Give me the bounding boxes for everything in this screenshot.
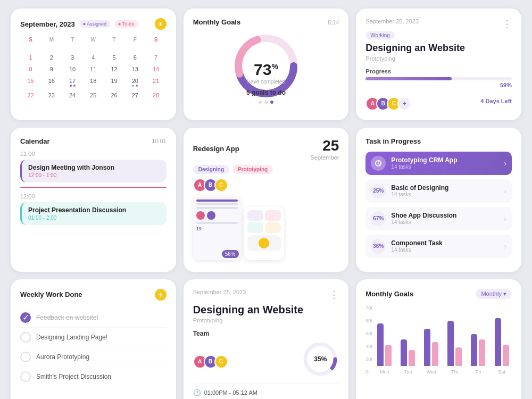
cal-day-27[interactable]: 27 xyxy=(124,89,145,101)
y-label-0: 0t xyxy=(365,369,372,375)
task-avatars: A B C + xyxy=(365,97,411,111)
redesign-avatars: A B C xyxy=(193,178,339,192)
calendar-grid: 1 2 3 4 5 6 7 8 9 10 11 12 13 14 15 16 1… xyxy=(20,46,167,101)
clock-icon: 🕐 xyxy=(193,389,201,396)
time-slot-2: 12:00 xyxy=(20,193,167,200)
task-arrow-2: › xyxy=(504,187,506,195)
cal-day-8[interactable]: 8 xyxy=(20,63,41,75)
cal-day-13[interactable]: 13 xyxy=(124,63,145,75)
cal-day-20[interactable]: 20 xyxy=(124,75,145,89)
task-name-2: Basic of Designing xyxy=(391,184,448,192)
cal-day-9[interactable]: 9 xyxy=(41,63,62,75)
cal-day-16[interactable]: 16 xyxy=(41,75,62,89)
task-in-progress-card: Task in Progress Prototyping CRM App 14 … xyxy=(356,128,521,272)
task-row-active[interactable]: Prototyping CRM App 14 tasks › xyxy=(365,152,512,175)
task-count-3: 14 tasks xyxy=(391,219,456,225)
redesign-preview: 19 56% xyxy=(193,196,339,260)
cal-day-17[interactable]: 17 xyxy=(62,75,82,89)
bar-group-mon: Mon xyxy=(375,323,395,375)
task-arrow-1: › xyxy=(504,159,506,168)
cal-day-24[interactable]: 24 xyxy=(62,89,82,101)
redesign-pct-badge: 56% xyxy=(222,250,239,258)
cal-day-3[interactable]: 3 xyxy=(62,52,82,63)
work-check-2 xyxy=(20,332,31,343)
cal-day-22[interactable]: 22 xyxy=(20,89,41,101)
chart-area: 70t 60t 50t 40t 30t 0t Mon xyxy=(365,305,512,385)
weekly-work-add-button[interactable]: + xyxy=(155,289,167,301)
cal-day-2[interactable]: 2 xyxy=(41,52,62,63)
cal-day-5[interactable]: 5 xyxy=(104,52,124,63)
event-block-1[interactable]: Design Meeting with Jonson 12:00 - 1:00 xyxy=(20,160,167,182)
y-label-30: 30t xyxy=(365,356,372,362)
work-item-3[interactable]: Aurora Prototyping xyxy=(20,347,167,367)
task-type: Prototyping xyxy=(365,55,512,62)
cal-day-15[interactable]: 15 xyxy=(20,75,41,89)
goals-footer-text: 5 goals to do xyxy=(193,89,339,96)
work-check-3 xyxy=(20,352,31,362)
cal-day-11[interactable]: 11 xyxy=(83,63,104,75)
chart-filter-button[interactable]: Monthly ▾ xyxy=(476,289,512,299)
bar-label-tue: Tue xyxy=(404,369,412,375)
donut-percent: 73% xyxy=(247,61,285,79)
card8-more-button[interactable]: ⋮ xyxy=(329,289,339,301)
task-name-4: Component Task xyxy=(391,239,442,247)
cal-day-26[interactable]: 26 xyxy=(104,89,124,101)
work-check-4 xyxy=(20,371,31,382)
card8-team-label: Team xyxy=(193,330,339,337)
work-label-3: Aurora Prototyping xyxy=(36,353,89,361)
calendar-add-button[interactable]: + xyxy=(155,18,167,30)
cal-day-18[interactable]: 18 xyxy=(83,75,104,89)
cal-day-10[interactable]: 10 xyxy=(62,63,82,75)
cal-day-19[interactable]: 19 xyxy=(104,75,124,89)
cal-day-14[interactable]: 14 xyxy=(145,63,166,75)
weekly-work-title: Weekly Work Done xyxy=(20,290,82,298)
work-label-2: Designing Landing Page! xyxy=(36,334,107,341)
cal-day-6[interactable]: 6 xyxy=(124,52,145,63)
y-label-40: 40t xyxy=(365,344,372,349)
card8-task-type: Prototyping xyxy=(193,317,339,323)
task-row-2[interactable]: 25% Basic of Designing 14 tasks › xyxy=(365,179,512,203)
work-item-4[interactable]: Smith's Project Discussion xyxy=(20,367,167,386)
bar-group-wed: Wed xyxy=(421,329,442,375)
cal-day-21[interactable]: 21 xyxy=(145,75,166,89)
task-more-button[interactable]: ⋮ xyxy=(502,18,512,30)
y-label-70: 70t xyxy=(365,305,372,311)
redesign-month: September xyxy=(311,154,339,161)
redesign-tag-prototyping: Prototyping xyxy=(232,165,273,174)
cal-empty xyxy=(104,46,124,52)
task-row-3[interactable]: 67% Shoe App Discussion 14 tasks › xyxy=(365,207,512,230)
bar-purple-wed xyxy=(424,329,430,366)
event-block-2[interactable]: Project Presentation Discussion 01:00 - … xyxy=(20,202,167,225)
chart-y-axis: 70t 60t 50t 40t 30t 0t xyxy=(365,305,372,375)
task-icon-active xyxy=(371,156,386,171)
redesign-title: Redesign App xyxy=(193,145,239,153)
progress-pct-text: 59% xyxy=(500,82,512,88)
day-t2: T xyxy=(104,35,124,44)
card8-avatars: A B C xyxy=(193,355,228,369)
work-item-1[interactable]: ✓ Feedback on website! xyxy=(20,308,167,328)
cal-day-7[interactable]: 7 xyxy=(145,52,166,63)
bar-purple-fri xyxy=(471,334,477,366)
card8-pct-text: 35% xyxy=(314,355,327,363)
bar-label-mon: Mon xyxy=(380,369,389,375)
cal-day-12[interactable]: 12 xyxy=(104,63,124,75)
task-icon-4: 36% xyxy=(371,239,386,254)
cal-day-1[interactable]: 1 xyxy=(20,52,41,63)
cal-day-23[interactable]: 23 xyxy=(41,89,62,101)
calendar-card: September, 2023 ● Assigned ● To-do + S M… xyxy=(11,9,176,120)
bar-pink-wed xyxy=(432,342,438,366)
weekly-work-card: Weekly Work Done + ✓ Feedback on website… xyxy=(11,279,176,399)
task-count-1: 14 tasks xyxy=(391,164,457,170)
task-name: Designing an Website xyxy=(365,43,512,54)
bar-pink-mon xyxy=(385,345,392,366)
cal-day-4[interactable]: 4 xyxy=(83,52,104,63)
card8-date: September 25, 2023 xyxy=(193,289,246,295)
work-item-2[interactable]: Designing Landing Page! xyxy=(20,328,167,347)
cal-day-25[interactable]: 25 xyxy=(83,89,104,101)
task-status-badge: Working xyxy=(365,31,395,39)
task-detail-top-card: September 25, 2023 ⋮ Working Designing a… xyxy=(356,9,521,120)
calendar-events-card: Calendar 10:01 11:00 Design Meeting with… xyxy=(11,128,176,272)
cal-day-28[interactable]: 28 xyxy=(145,89,166,101)
work-check-1: ✓ xyxy=(20,312,31,323)
task-row-4[interactable]: 36% Component Task 14 tasks › xyxy=(365,235,512,258)
